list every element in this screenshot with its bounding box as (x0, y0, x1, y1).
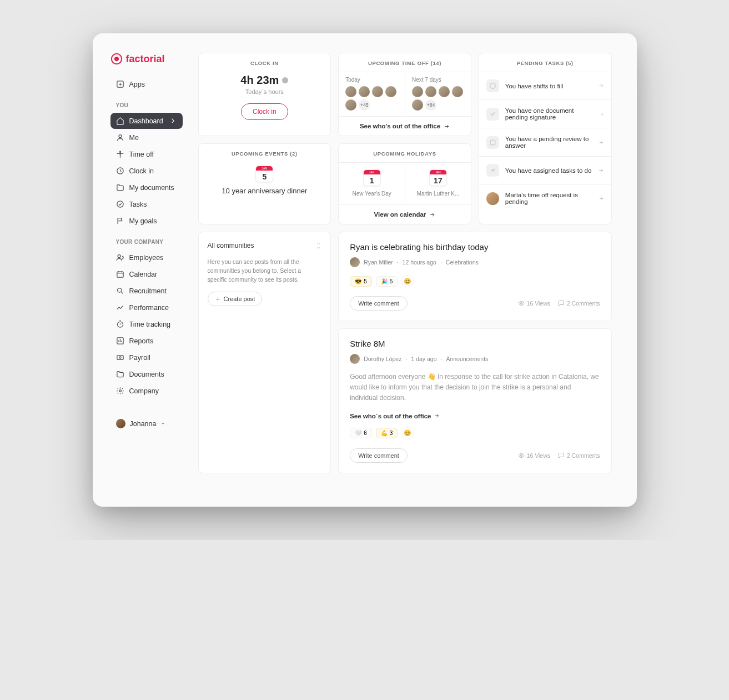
avatar (425, 86, 436, 97)
more-badge: +45 (359, 99, 370, 111)
views-stat: 16 Views (518, 300, 550, 307)
employees-label: Employees (129, 254, 164, 262)
community-desc: Here you can see posts from all the comm… (208, 258, 322, 284)
add-reaction-button[interactable]: 😊 (401, 275, 414, 287)
users-icon (116, 253, 124, 262)
holidays-footer[interactable]: View on calendar (339, 204, 471, 224)
tasks-card: PENDING TASKS (5) You have shifts to fil… (479, 53, 612, 224)
post-author: Dorothy López (364, 356, 401, 362)
section-company: YOUR COMPANY (116, 239, 183, 245)
timeoff-card: UPCOMING TIME OFF (14) Today +45 Next 7 … (338, 53, 471, 136)
sidebar-item-employees[interactable]: Employees (110, 249, 183, 266)
event-title: 10 year anniversary dinner (199, 187, 331, 195)
check-circle-icon (116, 200, 124, 208)
clockin-card: CLOCK IN 4h 23m Today´s hours Clock in (198, 53, 331, 136)
holiday-name: New Year's Day (344, 191, 399, 197)
reaction-pill[interactable]: 💪3 (376, 428, 398, 438)
community-select[interactable]: All communities (208, 241, 322, 250)
avatar (385, 86, 396, 97)
post-card: Strike 8M Dorothy López · 1 day ago · An… (338, 328, 611, 473)
count: 5 (364, 278, 367, 284)
tasks-label: Tasks (129, 201, 147, 208)
avatar (116, 419, 125, 428)
views-text: 16 Views (527, 300, 550, 307)
write-comment-button[interactable]: Write comment (350, 296, 408, 311)
task-row[interactable]: You have one document pending signature (479, 99, 611, 128)
sidebar-item-documents[interactable]: Documents (110, 366, 183, 382)
events-header: UPCOMING EVENTS (2) (199, 144, 331, 162)
timeoff-footer-label: See who's out of the office (360, 123, 440, 129)
count: 5 (390, 278, 393, 284)
task-row[interactable]: María's time off request is pending (479, 184, 611, 212)
task-row[interactable]: You have assigned tasks to do (479, 156, 611, 184)
next7-label: Next 7 days (412, 77, 464, 83)
community-select-label: All communities (208, 242, 254, 249)
folder-icon (116, 183, 124, 192)
sidebar-item-mygoals[interactable]: My goals (110, 213, 183, 229)
user-name: Johanna (130, 420, 157, 428)
sidebar-item-apps[interactable]: Apps (110, 76, 183, 92)
sidebar-item-mydocuments[interactable]: My documents (110, 179, 183, 196)
comments-text: 2 Comments (567, 452, 600, 459)
comment-icon (558, 300, 565, 307)
create-post-button[interactable]: Create post (208, 292, 263, 306)
create-post-label: Create post (224, 296, 255, 302)
write-comment-button[interactable]: Write comment (350, 448, 408, 463)
avatar (359, 86, 370, 97)
status-dot-icon (282, 77, 288, 83)
holidays-footer-label: View on calendar (374, 211, 426, 218)
chart-icon (116, 337, 124, 345)
task-row[interactable]: You have a pending review to answer (479, 128, 611, 156)
reaction-pill[interactable]: 😎5 (350, 276, 372, 287)
sidebar-item-reports[interactable]: Reports (110, 333, 183, 349)
post-meta: Dorothy López · 1 day ago · Announcement… (350, 354, 600, 364)
svg-point-13 (119, 390, 121, 392)
trend-icon (116, 303, 124, 312)
brand-logo: factorial (110, 53, 183, 65)
sidebar-item-tasks[interactable]: Tasks (110, 196, 183, 212)
reaction-pill[interactable]: 🤍6 (350, 428, 372, 438)
sidebar-item-timetracking[interactable]: Time tracking (110, 316, 183, 332)
flag-icon (116, 217, 124, 225)
post-link[interactable]: See who´s out of the office (350, 413, 440, 419)
calendar-label: Calendar (129, 271, 158, 278)
clockin-button[interactable]: Clock in (241, 103, 288, 120)
clockin-sub: Today´s hours (199, 88, 331, 95)
sidebar-item-me[interactable]: Me (110, 129, 183, 146)
reports-label: Reports (129, 337, 154, 345)
sidebar-item-clockin[interactable]: Clock in (110, 163, 183, 179)
svg-point-6 (118, 255, 120, 258)
avatar (345, 86, 356, 97)
holiday-item: JAN 1 New Year's Day (339, 163, 405, 204)
mydocuments-label: My documents (129, 184, 174, 192)
sidebar-item-calendar[interactable]: Calendar (110, 266, 183, 282)
reaction-pill[interactable]: 🎉5 (376, 276, 398, 287)
sidebar-item-company[interactable]: Company (110, 383, 183, 399)
post-time: 12 hours ago (403, 259, 436, 266)
feed-column: Ryan is celebrating his birthday today R… (338, 232, 611, 473)
post-channel: Announcements (446, 356, 488, 362)
sidebar-item-dashboard[interactable]: Dashboard (110, 113, 183, 129)
chevron-right-icon (169, 117, 177, 125)
timeoff-next7: Next 7 days +84 (405, 72, 471, 116)
money-icon (116, 353, 124, 362)
current-user[interactable]: Johanna (110, 414, 183, 433)
eye-icon (518, 452, 525, 459)
eye-icon (518, 300, 525, 307)
task-row[interactable]: You have shifts to fill (479, 72, 611, 99)
sidebar-item-recruitment[interactable]: Recruitment (110, 283, 183, 299)
holiday-item: JAN 17 Martin Luther K... (405, 163, 471, 204)
palm-icon (116, 150, 124, 158)
holidays-card: UPCOMING HOLIDAYS JAN 1 New Year's Day J… (338, 143, 471, 224)
sidebar-item-performance[interactable]: Performance (110, 299, 183, 316)
chevron-down-icon (160, 421, 165, 426)
avatar (452, 86, 463, 97)
sidebar-item-timeoff[interactable]: Time off (110, 146, 183, 162)
emoji: 🤍 (355, 430, 361, 436)
timeoff-footer[interactable]: See who's out of the office (339, 116, 471, 136)
sidebar-item-payroll[interactable]: Payroll (110, 349, 183, 366)
arrow-right-icon (599, 196, 604, 202)
post-stats: 16 Views 2 Comments (518, 300, 600, 307)
task-text: You have a pending review to answer (505, 136, 593, 149)
add-reaction-button[interactable]: 😊 (401, 427, 414, 439)
